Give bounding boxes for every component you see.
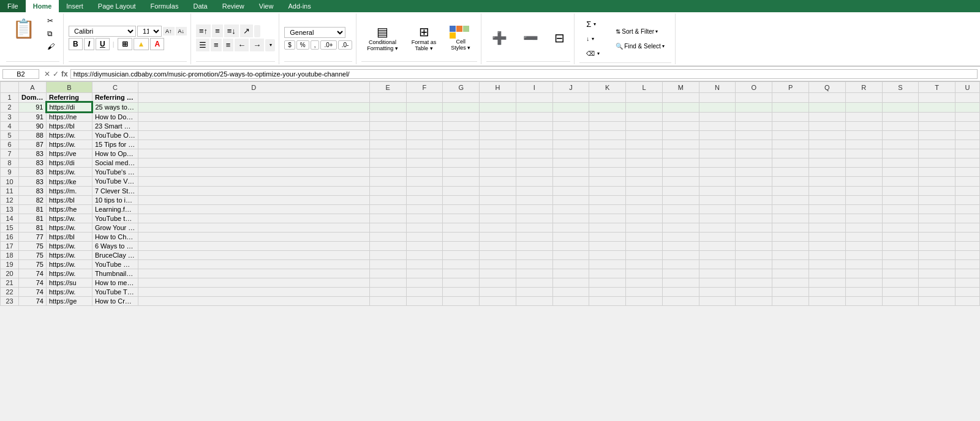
row-header-17[interactable]: 17	[1, 242, 19, 251]
cell-8-S[interactable]	[882, 158, 919, 168]
cell-17-S[interactable]	[882, 242, 919, 251]
cell-8-J[interactable]	[552, 158, 589, 168]
cell-1-C[interactable]: Referring Page Title	[92, 93, 138, 103]
cell-11-E[interactable]	[369, 187, 406, 196]
cell-2-K[interactable]	[589, 102, 626, 112]
cell-1-D[interactable]	[138, 93, 369, 103]
row-header-19[interactable]: 19	[1, 260, 19, 269]
cell-9-H[interactable]	[480, 168, 516, 177]
cell-4-K[interactable]	[589, 122, 626, 131]
cell-6-K[interactable]	[589, 140, 626, 149]
cell-14-G[interactable]	[443, 214, 480, 223]
cell-15-M[interactable]	[662, 223, 699, 233]
cell-10-O[interactable]	[736, 177, 772, 187]
cell-12-T[interactable]	[919, 196, 956, 205]
cell-2-C[interactable]: 25 ways to optimize your YouTube channel…	[92, 102, 138, 112]
cell-7-S[interactable]	[882, 149, 919, 158]
cell-8-D[interactable]	[138, 158, 369, 168]
cell-15-K[interactable]	[589, 223, 626, 233]
cell-3-N[interactable]	[699, 112, 736, 122]
cell-19-E[interactable]	[369, 260, 406, 269]
cell-4-A[interactable]: 90	[19, 122, 47, 131]
cell-7-C[interactable]: How to Optimize Thumbnails to Boost Your…	[92, 149, 138, 158]
cell-8-F[interactable]	[406, 158, 443, 168]
cell-10-F[interactable]	[406, 177, 443, 187]
cell-15-T[interactable]	[919, 223, 956, 233]
cell-20-U[interactable]	[956, 269, 980, 278]
cell-14-I[interactable]	[516, 214, 552, 223]
row-header-7[interactable]: 7	[1, 149, 19, 158]
cell-23-N[interactable]	[699, 297, 736, 306]
cell-9-Q[interactable]	[809, 168, 845, 177]
cell-11-K[interactable]	[589, 187, 626, 196]
cell-17-G[interactable]	[443, 242, 480, 251]
cell-20-A[interactable]: 74	[19, 269, 47, 278]
cell-14-T[interactable]	[919, 214, 956, 223]
font-shrink-button[interactable]: A↓	[176, 27, 187, 35]
cell-1-J[interactable]	[552, 93, 589, 103]
cell-13-C[interactable]: Learning.futures Archives - Page 2 of 10…	[92, 205, 138, 214]
cell-9-T[interactable]	[919, 168, 956, 177]
cell-12-C[interactable]: 10 tips to improve the impact of your Yo…	[92, 196, 138, 205]
cell-3-B[interactable]: https://ne	[47, 112, 92, 122]
cell-1-M[interactable]	[662, 93, 699, 103]
tab-page-layout[interactable]: Page Layout	[91, 0, 143, 12]
cell-8-C[interactable]: Social media image sizes cheat sheet for…	[92, 158, 138, 168]
cell-5-O[interactable]	[736, 131, 772, 140]
cell-23-D[interactable]	[138, 297, 369, 306]
italic-button[interactable]: I	[84, 38, 94, 50]
row-header-13[interactable]: 13	[1, 205, 19, 214]
cell-15-O[interactable]	[736, 223, 772, 233]
cell-9-I[interactable]	[516, 168, 552, 177]
tab-addins[interactable]: Add-ins	[281, 0, 318, 12]
cell-11-J[interactable]	[552, 187, 589, 196]
cell-17-K[interactable]	[589, 242, 626, 251]
row-header-11[interactable]: 11	[1, 187, 19, 196]
font-size-dropdown[interactable]: 11	[137, 26, 162, 37]
cell-19-D[interactable]	[138, 260, 369, 269]
cell-3-U[interactable]	[956, 112, 980, 122]
cell-15-B[interactable]: https://w.	[47, 223, 92, 233]
cell-3-J[interactable]	[552, 112, 589, 122]
cell-16-I[interactable]	[516, 233, 552, 242]
insert-button[interactable]: ➕	[486, 29, 513, 47]
cell-16-E[interactable]	[369, 233, 406, 242]
spreadsheet-container[interactable]: ABCDEFGHIJKLMNOPQRSTU 1Domain R.Referrin…	[0, 81, 980, 421]
cell-11-U[interactable]	[956, 187, 980, 196]
cell-7-N[interactable]	[699, 149, 736, 158]
tab-home[interactable]: Home	[26, 0, 59, 12]
cell-8-T[interactable]	[919, 158, 956, 168]
cell-21-R[interactable]	[845, 278, 882, 288]
formula-insert-icon[interactable]: fx	[61, 70, 68, 78]
cell-15-Q[interactable]	[809, 223, 845, 233]
cell-12-J[interactable]	[552, 196, 589, 205]
cell-18-L[interactable]	[626, 251, 663, 260]
cell-18-E[interactable]	[369, 251, 406, 260]
cell-18-J[interactable]	[552, 251, 589, 260]
align-middle-button[interactable]: ≡	[212, 24, 223, 37]
cell-4-C[interactable]: 23 Smart Ways to Promote Your YouTube Ch…	[92, 122, 138, 131]
cell-11-P[interactable]	[772, 187, 809, 196]
cell-20-M[interactable]	[662, 269, 699, 278]
cell-1-T[interactable]	[919, 93, 956, 103]
tab-file[interactable]: File	[0, 0, 26, 12]
cell-13-U[interactable]	[956, 205, 980, 214]
cell-19-R[interactable]	[845, 260, 882, 269]
cell-18-G[interactable]	[443, 251, 480, 260]
sort-filter-button[interactable]: ⇅ Sort & Filter ▾	[611, 24, 668, 38]
cell-21-M[interactable]	[662, 278, 699, 288]
cell-4-P[interactable]	[772, 122, 809, 131]
cell-17-R[interactable]	[845, 242, 882, 251]
cell-23-H[interactable]	[480, 297, 516, 306]
cell-15-U[interactable]	[956, 223, 980, 233]
cell-5-P[interactable]	[772, 131, 809, 140]
cell-3-P[interactable]	[772, 112, 809, 122]
cell-1-I[interactable]	[516, 93, 552, 103]
text-direction-button[interactable]: ↗	[240, 24, 253, 37]
cell-12-L[interactable]	[626, 196, 663, 205]
cell-20-K[interactable]	[589, 269, 626, 278]
cell-23-P[interactable]	[772, 297, 809, 306]
cell-12-Q[interactable]	[809, 196, 845, 205]
cell-22-T[interactable]	[919, 288, 956, 297]
cell-11-L[interactable]	[626, 187, 663, 196]
